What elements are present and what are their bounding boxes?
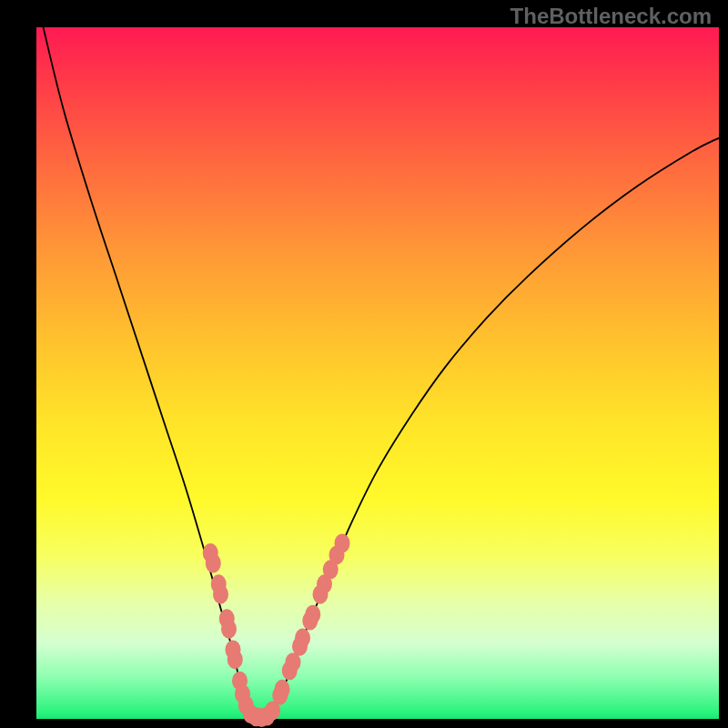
bead-point [335,533,350,552]
chart-frame: TheBottleneck.com [0,0,728,728]
plot-area [36,27,719,719]
beads-group [203,533,350,727]
plot-svg [36,27,719,719]
bead-point [275,680,290,699]
bead-point [228,650,243,669]
bead-point [221,620,237,639]
bottleneck-curve [44,27,720,720]
bead-point [213,585,228,604]
watermark-text: TheBottleneck.com [511,4,712,29]
bead-point [305,605,320,624]
bead-point [295,629,310,648]
bead-point [206,554,221,573]
